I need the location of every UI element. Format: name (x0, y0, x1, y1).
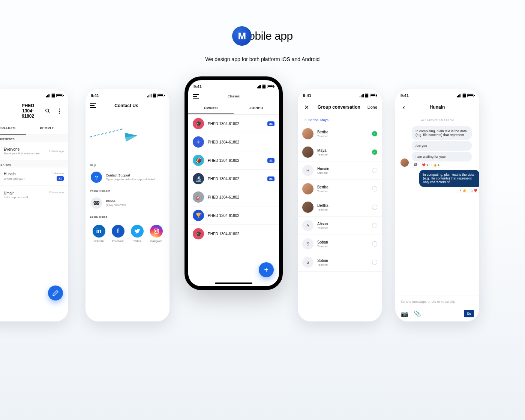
close-icon[interactable]: ✕ (302, 103, 310, 111)
item-subtitle: (214) 860-5902 (106, 203, 164, 207)
compose-fab[interactable] (48, 285, 63, 300)
chat-input-area: Send a message, photo or voice clip 📷 📎 … (395, 296, 479, 321)
contact-item[interactable]: BerthaTeacher✓ (298, 125, 382, 143)
status-time: 9:41 (194, 84, 202, 89)
avatar: H (302, 165, 314, 176)
heart-reaction[interactable]: 1 ❤️ (470, 188, 479, 193)
twitter-link[interactable]: Twitter (131, 225, 144, 242)
contact-item[interactable]: SSobanTeacher (298, 235, 382, 253)
class-item[interactable]: 🎓PHED 1304-61802 (188, 225, 279, 243)
item-title: Umair (4, 191, 14, 195)
status-time: 9:41 (91, 93, 99, 98)
menu-icon[interactable] (90, 103, 96, 108)
facebook-link[interactable]: fFacebook (112, 225, 124, 242)
class-label: PHED 1304-61802 (208, 214, 274, 218)
thumb-reaction[interactable]: 4 👍 (458, 188, 468, 193)
phone-icon: ☎ (91, 197, 102, 209)
phone-item[interactable]: ☎ Phone(214) 860-5902 (86, 194, 170, 212)
gallery-reaction[interactable]: 🖼 (412, 163, 418, 167)
class-label: PHED 1304-61802 (208, 158, 264, 163)
class-item[interactable]: 🎓PHED 1304-6180221 (188, 115, 279, 133)
tab-owned[interactable]: OWNED (188, 102, 234, 114)
status-time: 9:41 (303, 93, 311, 98)
linkedin-link[interactable]: inLinkedIn (93, 225, 105, 242)
item-subtitle: Where are you? (4, 177, 25, 181)
message-reactions[interactable]: 🖼 ❤️ 1 👍 4 (412, 163, 479, 167)
avatar (302, 183, 314, 194)
status-bar: 9:41 ䷀ (395, 89, 479, 99)
message-input[interactable]: Send a message, photo or voice clip (395, 296, 479, 307)
item-time: 1 minute ago (49, 150, 64, 152)
contact-item[interactable]: HHunainStudent (298, 161, 382, 180)
conversation-item[interactable]: Hunain1 day ago Where are you?21 (0, 167, 68, 186)
send-button[interactable]: Se (464, 310, 474, 317)
contact-role: Teacher (317, 226, 368, 230)
contact-name: Soban (317, 240, 368, 244)
thumb-reaction[interactable]: 👍 4 (431, 163, 441, 167)
tab-people[interactable]: PEOPLE (26, 123, 68, 135)
class-label: PHED 1304-61802 (208, 232, 274, 236)
radio-unselected (372, 168, 377, 173)
instagram-link[interactable]: Instagram (150, 225, 163, 242)
item-subtitle: Let's hop on a call (4, 196, 64, 199)
contact-name: Soban (317, 259, 368, 263)
add-fab[interactable]: + (259, 262, 274, 277)
instagram-icon (150, 225, 163, 238)
message-incoming: Are you (412, 141, 472, 151)
heart-reaction[interactable]: ❤️ 1 (420, 163, 430, 167)
announcement-item[interactable]: 📢 Everyone Send your first annoucment 1 … (0, 142, 68, 160)
section-social: Social Media (86, 212, 170, 220)
contact-item[interactable]: MayaTeacher✓ (298, 143, 382, 161)
item-subtitle: Open page to submit a support ticket (106, 178, 164, 181)
class-item[interactable]: 🎸PHED 1304-61802 (188, 188, 279, 206)
contact-support-item[interactable]: ? Contact SupportOpen page to submit a s… (86, 168, 170, 187)
contact-item[interactable]: SSobanTeacher (298, 253, 382, 272)
attachment-icon[interactable]: 📎 (413, 309, 422, 318)
social-label: Facebook (112, 240, 124, 242)
facebook-icon: f (112, 225, 124, 238)
screen-messages: 9:41 ䷀ PHED 1304-61802 ⋮ MESSAGES PEOPLE… (0, 89, 68, 321)
radio-unselected (372, 205, 377, 210)
twitter-icon (131, 225, 144, 238)
logo-badge: M (232, 26, 252, 46)
status-bar: 9:41 ䷀ (188, 80, 279, 90)
contact-item[interactable]: AAhsanTeacher (298, 217, 382, 235)
class-item[interactable]: 🏆PHED 1304-61802 (188, 206, 279, 225)
item-time: 16 hours ago (48, 191, 64, 195)
class-label: PHED 1304-61802 (208, 195, 274, 199)
screen-chat: 9:41 ䷀ ‹ Hunain Wed 24/09/2018 At 1:05 P… (395, 89, 479, 321)
done-button[interactable]: Done (368, 105, 377, 109)
message-reactions[interactable]: 4 👍 1 ❤️ (395, 188, 479, 193)
camera-icon[interactable]: 📷 (400, 309, 409, 318)
svg-point-0 (46, 109, 49, 112)
status-bar: 9:41 ䷀ (86, 89, 170, 99)
class-item[interactable]: ⚛PHED 1304-61802 (188, 133, 279, 151)
conversation-item[interactable]: Umair16 hours ago Let's hop on a call (0, 186, 68, 204)
class-label: PHED 1304-61802 (208, 177, 264, 181)
contact-item[interactable]: BerthaTeacher (298, 198, 382, 217)
logo: M obile app (232, 26, 292, 46)
tab-joined[interactable]: JOINED (234, 102, 279, 114)
recipients-field[interactable]: To: Bertha, Maya, (298, 115, 382, 125)
recipients: Bertha, Maya, (309, 118, 330, 122)
count-badge: 21 (267, 176, 274, 181)
search-icon[interactable] (44, 107, 52, 115)
class-item[interactable]: 🏈PHED 1304-6180221 (188, 151, 279, 170)
contact-item[interactable]: BerthaTeacher (298, 180, 382, 198)
to-label: To: (303, 118, 308, 122)
hero-subtitle: We design app for both platform iOS and … (0, 56, 525, 62)
selected-check-icon: ✓ (372, 149, 377, 155)
class-item[interactable]: 🔬PHED 1304-6180221 (188, 170, 279, 188)
more-icon[interactable]: ⋮ (56, 107, 64, 115)
status-time: 9:41 (400, 93, 409, 98)
linkedin-icon: in (93, 225, 105, 238)
question-icon: ? (91, 172, 102, 183)
menu-icon[interactable] (193, 94, 199, 99)
social-label: Twitter (131, 240, 144, 242)
message-incoming: I am waiting for your (412, 152, 472, 161)
radio-unselected (372, 260, 377, 265)
item-title: Phone (106, 199, 164, 203)
tab-messages[interactable]: MESSAGES (0, 123, 26, 135)
avatar (302, 202, 314, 213)
back-icon[interactable]: ‹ (400, 103, 408, 111)
